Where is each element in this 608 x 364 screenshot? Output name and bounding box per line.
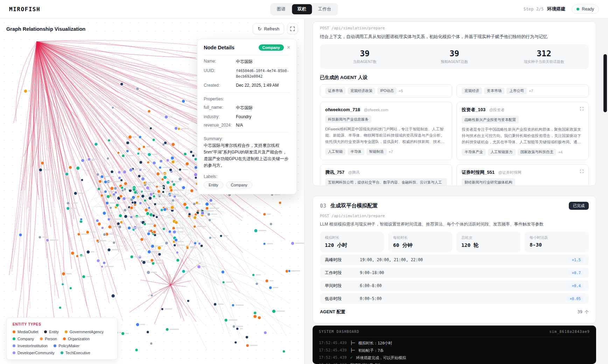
agent-card-investor[interactable]: 投资者_103 @投资者 战略性新兴产业投资与资本配置 投资者是专注于中国战略性… <box>456 102 589 160</box>
agent-tag: 资本市场 <box>484 87 504 94</box>
agents-grid: 证券市场 宏观经济政策 IPO动态 +5 宏观经济 资本市场 上市公司 +7 o… <box>320 84 589 186</box>
agent-role-chip: 财经新闻与行业研究媒体机构 <box>462 178 515 186</box>
header-right: Step 2/5 环境搭建 Ready <box>524 5 599 14</box>
properties-section: Properties: full_name: 中芯国际 industry: Fo… <box>204 92 290 128</box>
fullscreen-icon <box>290 27 295 31</box>
system-dashboard: SYSTEM DASHBOARD sim_8618a2843ae9 17:52:… <box>313 326 596 364</box>
legend-item: Company <box>13 337 34 341</box>
label-chip: Company <box>226 181 252 188</box>
period-row-peak: 高峰时段 19:00, 20:00, 21:00, 22:00 ×1.5 <box>320 255 589 265</box>
agent-tag: 智能制造 <box>366 148 387 155</box>
agent-tag-more: +4 <box>558 150 562 154</box>
agent-card-partial[interactable]: 宏观经济 资本市场 上市公司 +7 <box>456 84 589 98</box>
legend-dot-icon <box>13 351 15 354</box>
log-line: 17:52:45.439 ✓ 环境搭建完成，可以开始模拟 <box>319 355 590 361</box>
stat-round-duration: 每轮时长 60 分钟 <box>388 232 452 252</box>
close-icon[interactable]: × <box>287 45 290 50</box>
multiplier-badge: ×0.7 <box>569 270 584 276</box>
session-id: sim_8618a2843ae9 <box>549 330 590 334</box>
expand-icon[interactable] <box>579 106 585 112</box>
agent-card-ofweekcom[interactable]: ofweekcom_718 @ofweek.com 科技新闻与产业信息服务 OF… <box>320 102 452 160</box>
agent-name: 投资者_103 <box>462 107 485 112</box>
agent-card-tencent[interactable]: 腾讯_757 @腾讯 互联网科技公司，提供社交平台、数字内容、金融科技、云计算与… <box>320 164 452 186</box>
labels-title: Labels: <box>204 174 290 179</box>
section-3-description: LLM 根据模拟需求与现实种子，智能设置世界时间流速、推荐算法、每个个体的活跃时… <box>320 221 589 227</box>
entity-types-legend: ENTITY TYPES MediaOutlet Entity Governme… <box>6 317 118 360</box>
stat-sim-duration: 模拟时长 120 小时 <box>320 232 384 252</box>
labels-section: Labels: Entity Company <box>204 173 290 188</box>
legend-dot-icon <box>65 330 68 333</box>
log-line: 17:52:45.439 ├─ 初始帖子：7条 <box>319 348 590 353</box>
agent-config-label: AGENT 配置 <box>320 309 345 315</box>
page-scrollbar-thumb[interactable] <box>603 54 607 112</box>
agent-handle: @证券时报网 <box>498 170 521 174</box>
summary-section: Summary: 中芯国际与摩尔线程合作，支持摩尔线程5nm“平湖”系列GPU的… <box>204 132 290 169</box>
agent-config-row: AGENT 配置 39 个 <box>320 309 589 315</box>
agent-name: 腾讯_757 <box>325 170 344 175</box>
expand-icon[interactable] <box>579 168 585 174</box>
legend-item: PolicyMaker <box>54 344 79 348</box>
status-text: Ready <box>582 7 594 12</box>
terminal-header: SYSTEM DASHBOARD sim_8618a2843ae9 <box>319 330 590 337</box>
label-chip: Entity <box>204 181 223 188</box>
refresh-label: Refresh <box>264 27 279 31</box>
node-type-badge: Company <box>259 44 284 51</box>
summary-title: Summary: <box>204 136 290 141</box>
period-row-work: 工作时段 9:00-18:00 ×0.7 <box>320 267 589 278</box>
agent-tag: IPO动态 <box>377 87 397 94</box>
agent-config-value: 39 个 <box>578 309 589 315</box>
tab-two-column[interactable]: 双栏 <box>292 4 312 14</box>
legend-dot-icon <box>13 337 15 340</box>
legend-items: MediaOutlet Entity GovernmentAgency Comp… <box>13 330 111 355</box>
agent-tag: 宏观经济 <box>462 87 482 94</box>
node-details-title: Node Details <box>204 45 256 50</box>
status-badge: Ready <box>572 5 599 14</box>
legend-item: Entity <box>44 330 59 334</box>
agent-tag-more: +7 <box>529 89 533 93</box>
summary-text: 中芯国际与摩尔线程合作，支持摩尔线程5nm“平湖”系列GPU的研发流片及产能合作… <box>204 142 290 169</box>
tab-workbench[interactable]: 工作台 <box>313 4 337 14</box>
completed-badge: 已完成 <box>569 202 589 210</box>
agent-name: ofweekcom_718 <box>325 107 360 112</box>
section-3-card: 03 生成双平台模拟配置 已完成 POST /api/simulation/pr… <box>313 196 596 323</box>
refresh-icon: ↻ <box>258 27 261 31</box>
node-details-card: Node Details Company × Name: 中芯国际 UUID: … <box>197 39 297 194</box>
agent-tag: 人工智能算力 <box>488 149 516 156</box>
label-chips: Entity Company <box>204 181 290 188</box>
field-uuid: UUID: f46504d6-10f4-4e74-85b0-8ecb692e00… <box>204 68 290 79</box>
step-label: Step 2/5 <box>524 7 544 12</box>
agent-card-stcn[interactable]: 证券时报网_551 @证券时报网 财经新闻与行业研究媒体机构 证券时报网（stc… <box>456 164 589 186</box>
stat-expected-agents: 39 预期AGENT总数 <box>410 49 499 64</box>
log-line: 17:52:47.937 图谱数据加载成功 <box>319 363 590 364</box>
right-panel[interactable]: POST /api/simulation/prepare 结合上下文，自动调用工… <box>305 19 608 364</box>
terminal-body: 17:52:45.439 ├─ 模拟时长：120小时 17:52:45.439 … <box>319 341 590 364</box>
section-3-header: 03 生成双平台模拟配置 已完成 <box>320 202 589 210</box>
section-2-card: POST /api/simulation/prepare 结合上下文，自动调用工… <box>313 21 596 186</box>
properties-title: Properties: <box>204 97 290 101</box>
field-name: Name: 中芯国际 <box>204 59 290 65</box>
agent-tag: 国家政策与科技自主 <box>518 149 557 156</box>
agent-role-chip: 科技新闻与产业信息服务 <box>325 115 371 123</box>
agent-card-head: 投资者_103 @投资者 <box>462 106 583 113</box>
legend-title: ENTITY TYPES <box>13 322 111 326</box>
stat-total-rounds: 总轮次 120 轮 <box>456 232 520 252</box>
app-header: MIROFISH 图谱 双栏 工作台 Step 2/5 环境搭建 Ready <box>0 0 608 19</box>
agent-tag: 半导体 <box>348 148 364 155</box>
log-line: 17:52:45.439 ├─ 模拟时长：120小时 <box>319 341 590 346</box>
stat-current-agents: 39 当前AGENT数 <box>320 49 410 64</box>
legend-dot-icon <box>63 337 66 340</box>
multiplier-badge: ×0.05 <box>566 296 584 301</box>
legend-dot-icon <box>61 351 63 354</box>
agent-tag: 上市公司 <box>506 87 527 94</box>
period-row-morning: 早间时段 6:00-8:00 ×0.4 <box>320 280 589 291</box>
legend-dot-icon <box>13 330 15 333</box>
refresh-button[interactable]: ↻ Refresh <box>253 23 284 34</box>
agent-card-partial[interactable]: 证券市场 宏观经济政策 IPO动态 +5 <box>320 84 452 98</box>
tab-graph[interactable]: 图谱 <box>271 4 291 14</box>
agent-card-head: ofweekcom_718 @ofweek.com <box>325 106 447 113</box>
agent-card-head: 腾讯_757 @腾讯 <box>325 169 447 176</box>
stat-hourly-active: 每小时活跃 8-30 <box>525 232 589 252</box>
fullscreen-button[interactable] <box>287 23 298 34</box>
agent-bio: 投资者是专注于中国战略性新兴产业投资的机构群体，聚焦国家政策支持与技术自主可控方… <box>462 126 583 145</box>
legend-dot-icon <box>44 330 47 333</box>
